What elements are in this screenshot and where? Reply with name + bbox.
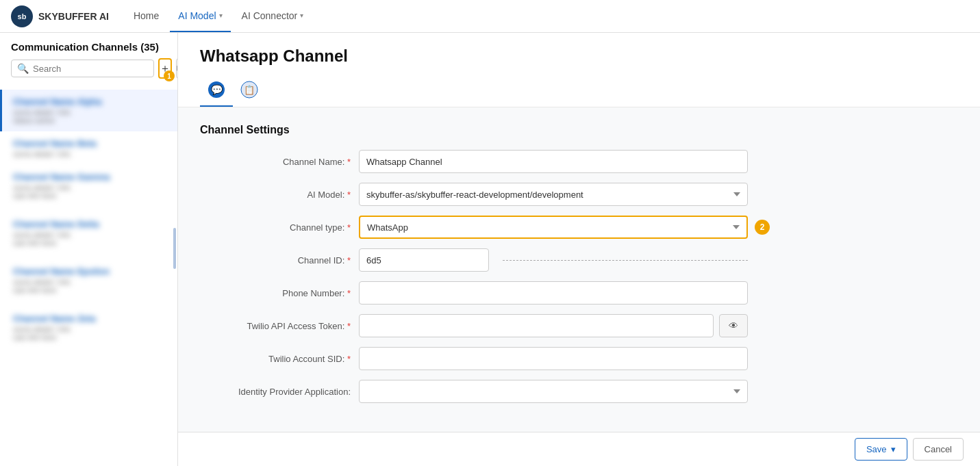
channel-type-select[interactable]: WhatsApp	[359, 216, 748, 239]
add-badge: 1	[164, 70, 175, 81]
main-header: Whatsapp Channel 💬 📋	[178, 33, 980, 107]
show-token-button[interactable]: 👁	[719, 314, 748, 337]
list-item[interactable]: Channel Name Delta some-detail / info su…	[0, 212, 177, 254]
twilio-token-label: Twilio API Access Token: *	[200, 321, 351, 331]
ai-model-select[interactable]: skybuffer-as/skybuffer-react-development…	[359, 183, 748, 206]
sidebar-header: Communication Channels (35) 🔍 ＋ 1 ⧉ ⊟	[0, 33, 177, 84]
list-item[interactable]: Channel Name Zeta some-detail / info sub…	[0, 307, 177, 348]
copy-icon: ⧉	[177, 63, 178, 75]
channel-id-label: Channel ID: *	[200, 255, 351, 266]
save-chevron-icon: ▾	[891, 444, 896, 454]
settings-tab-icon: 📋	[240, 81, 258, 102]
channel-type-row: Channel type: * WhatsApp 2	[200, 216, 748, 239]
nav-home[interactable]: Home	[125, 0, 167, 32]
svg-text:📋: 📋	[244, 84, 255, 96]
channel-type-label: Channel type: *	[200, 222, 351, 233]
section-title: Channel Settings	[200, 124, 958, 136]
list-item[interactable]: Channel Name Gamma some-detail / info su…	[0, 165, 177, 207]
scrollbar[interactable]	[173, 228, 176, 269]
add-channel-button[interactable]: ＋ 1	[158, 58, 172, 79]
nav-ai-model[interactable]: AI Model ▾	[170, 0, 230, 32]
channel-name-row: Channel Name: *	[200, 150, 748, 173]
channel-settings-form: Channel Name: * AI Model: * skybuffer-as…	[200, 150, 748, 403]
phone-number-label: Phone Number: *	[200, 288, 351, 298]
channel-name-label: Channel Name: *	[200, 157, 351, 167]
list-item[interactable]: Channel Name Epsilon some-detail / info …	[0, 259, 177, 301]
sidebar-toolbar: 🔍 ＋ 1 ⧉ ⊟	[11, 58, 166, 79]
twilio-sid-input[interactable]	[359, 347, 748, 370]
layout: Communication Channels (35) 🔍 ＋ 1 ⧉ ⊟	[0, 33, 980, 466]
search-box: 🔍	[11, 60, 154, 77]
channel-id-dashes	[503, 260, 748, 261]
list-item[interactable]: Channel Name Beta some-detail / info	[0, 131, 177, 165]
twilio-sid-label: Twilio Account SID: *	[200, 354, 351, 364]
twilio-token-wrapper: 👁	[359, 314, 748, 337]
channel-name-input[interactable]	[359, 150, 748, 173]
annotation-badge-2: 2	[755, 220, 770, 235]
channel-tab-icon: 💬	[208, 81, 225, 102]
logo-icon: sb	[11, 5, 33, 27]
ai-connector-chevron-icon: ▾	[300, 12, 303, 19]
phone-number-input[interactable]	[359, 281, 748, 305]
identity-provider-label: Identity Provider Application:	[200, 387, 351, 397]
svg-text:💬: 💬	[211, 84, 223, 96]
identity-provider-select[interactable]	[359, 380, 748, 403]
logo-text: SKYBUFFER AI	[38, 11, 109, 22]
sidebar-title: Communication Channels (35)	[11, 41, 166, 53]
copy-button[interactable]: ⧉	[176, 58, 178, 79]
topbar: sb SKYBUFFER AI Home AI Model ▾ AI Conne…	[0, 0, 980, 33]
channel-id-row: Channel ID: *	[200, 248, 748, 272]
identity-provider-row: Identity Provider Application:	[200, 380, 748, 403]
logo: sb SKYBUFFER AI	[11, 5, 109, 27]
nav-ai-connector[interactable]: AI Connector ▾	[234, 0, 312, 32]
main-footer: Save ▾ Cancel	[178, 432, 980, 466]
ai-model-row: AI Model: * skybuffer-as/skybuffer-react…	[200, 183, 748, 206]
search-icon: 🔍	[17, 63, 29, 74]
eye-icon: 👁	[729, 320, 738, 331]
tab-settings[interactable]: 📋	[233, 77, 266, 107]
phone-number-row: Phone Number: *	[200, 281, 748, 305]
main-nav: Home AI Model ▾ AI Connector ▾	[125, 0, 312, 32]
twilio-sid-row: Twilio Account SID: *	[200, 347, 748, 370]
sidebar: Communication Channels (35) 🔍 ＋ 1 ⧉ ⊟	[0, 33, 178, 466]
tab-bar: 💬 📋	[200, 77, 958, 107]
main-body: Channel Settings Channel Name: * AI Mode…	[178, 107, 980, 432]
twilio-token-row: Twilio API Access Token: * 👁	[200, 314, 748, 337]
ai-model-chevron-icon: ▾	[219, 12, 223, 19]
cancel-button[interactable]: Cancel	[913, 438, 964, 461]
channel-id-input[interactable]	[359, 248, 489, 272]
save-button[interactable]: Save ▾	[855, 438, 907, 461]
search-input[interactable]	[33, 64, 148, 74]
main-content: Whatsapp Channel 💬 📋	[178, 33, 980, 466]
ai-model-label: AI Model: *	[200, 190, 351, 200]
page-title: Whatsapp Channel	[200, 47, 958, 66]
list-item[interactable]: Channel Name Alpha some-detail / info st…	[0, 90, 177, 131]
tab-channel[interactable]: 💬	[200, 77, 233, 107]
twilio-token-input[interactable]	[359, 314, 714, 337]
sidebar-list: Channel Name Alpha some-detail / info st…	[0, 84, 177, 466]
